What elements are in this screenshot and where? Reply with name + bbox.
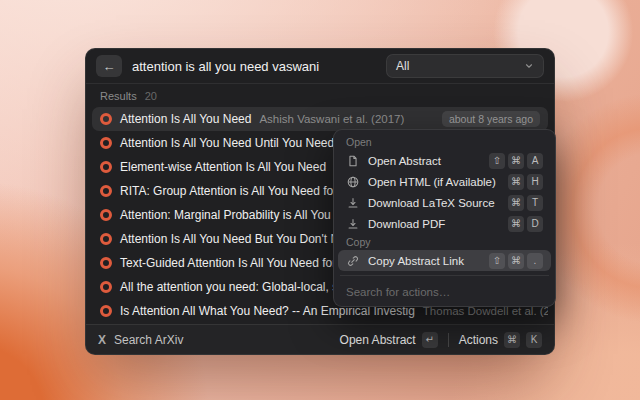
search-input[interactable] <box>132 59 376 74</box>
actions-search <box>338 280 551 302</box>
download-icon <box>346 196 360 210</box>
action-download-latex[interactable]: Download LaTeX Source ⌘ T <box>338 192 551 213</box>
action-label: Download PDF <box>368 218 445 230</box>
arxiv-paper-icon <box>100 137 112 149</box>
action-label: Download LaTeX Source <box>368 197 495 209</box>
back-button[interactable]: ← <box>96 55 122 77</box>
action-copy-abstract-link[interactable]: Copy Abstract Link ⇧ ⌘ . <box>338 250 551 271</box>
action-label: Open Abstract <box>368 155 441 167</box>
shortcut-keys: ⇧ ⌘ A <box>489 153 543 169</box>
result-subtitle: Ashish Vaswani et al. (2017) <box>259 113 404 125</box>
action-download-pdf[interactable]: Download PDF ⌘ D <box>338 213 551 234</box>
actions-divider <box>340 275 549 276</box>
document-icon <box>346 154 360 168</box>
k-key-icon: K <box>526 332 542 348</box>
arxiv-paper-icon <box>100 281 112 293</box>
actions-panel: Open Open Abstract ⇧ ⌘ A Open HTML (if A… <box>333 129 556 307</box>
arxiv-logo-icon: X <box>98 333 106 347</box>
link-icon <box>346 254 360 268</box>
window-footer: X Search ArXiv Open Abstract ↵ Actions ⌘… <box>86 324 554 354</box>
result-title: Attention Is All You Need <box>120 112 251 126</box>
arxiv-paper-icon <box>100 185 112 197</box>
arxiv-paper-icon <box>100 257 112 269</box>
actions-button[interactable]: Actions <box>459 333 498 347</box>
shortcut-keys: ⌘ H <box>508 174 543 190</box>
results-section-header: Results 20 <box>86 84 554 107</box>
search-header: ← All <box>86 49 554 83</box>
results-label: Results <box>100 90 137 105</box>
result-title: Element-wise Attention Is All You Need <box>120 160 326 174</box>
action-open-abstract[interactable]: Open Abstract ⇧ ⌘ A <box>338 150 551 171</box>
filter-dropdown[interactable]: All <box>386 54 544 78</box>
arxiv-paper-icon <box>100 113 112 125</box>
actions-section-copy: Copy <box>338 234 551 250</box>
arxiv-paper-icon <box>100 209 112 221</box>
shortcut-keys: ⌘ T <box>508 195 543 211</box>
footer-divider <box>448 333 449 347</box>
action-label: Open HTML (if Available) <box>368 176 496 188</box>
arxiv-paper-icon <box>100 161 112 173</box>
shortcut-keys: ⌘ D <box>508 216 543 232</box>
actions-search-input[interactable] <box>338 280 551 302</box>
action-open-html[interactable]: Open HTML (if Available) ⌘ H <box>338 171 551 192</box>
shortcut-keys: ⇧ ⌘ . <box>489 253 543 269</box>
back-arrow-icon: ← <box>103 59 116 74</box>
globe-icon <box>346 175 360 189</box>
result-row[interactable]: Attention Is All You Need Ashish Vaswani… <box>92 107 548 131</box>
download-icon <box>346 217 360 231</box>
actions-section-open: Open <box>338 134 551 150</box>
primary-action-button[interactable]: Open Abstract <box>340 333 416 347</box>
arxiv-paper-icon <box>100 305 112 317</box>
cmd-key-icon: ⌘ <box>504 332 520 348</box>
extension-name: Search ArXiv <box>114 333 183 347</box>
raycast-window: ← All Results 20 Attention Is All You Ne… <box>85 48 555 355</box>
arxiv-paper-icon <box>100 233 112 245</box>
action-label: Copy Abstract Link <box>368 255 464 267</box>
result-age-badge: about 8 years ago <box>442 111 540 127</box>
filter-dropdown-value: All <box>396 59 409 73</box>
chevron-down-icon <box>524 61 534 71</box>
results-count: 20 <box>145 90 157 105</box>
footer-actions: Open Abstract ↵ Actions ⌘ K <box>340 332 542 348</box>
enter-key-icon: ↵ <box>422 332 438 348</box>
